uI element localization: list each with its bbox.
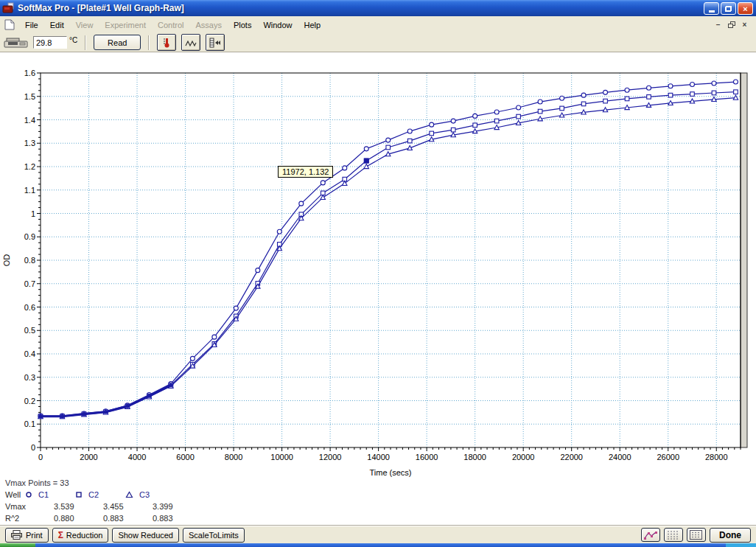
svg-text:28000: 28000 (705, 453, 728, 461)
vmax-label: Vmax (5, 502, 54, 511)
graph-options-button[interactable] (641, 528, 660, 542)
svg-text:0: 0 (31, 443, 35, 452)
svg-text:0.4: 0.4 (24, 349, 35, 358)
circle-marker-icon (25, 491, 32, 498)
menu-window[interactable]: Window (257, 18, 298, 32)
series-C3 (38, 95, 738, 418)
svg-text:10000: 10000 (270, 453, 293, 461)
svg-text:24000: 24000 (609, 453, 631, 461)
well-label: Well (5, 490, 25, 499)
svg-text:26000: 26000 (657, 453, 679, 461)
child-restore-icon (728, 21, 735, 28)
series-C1 (38, 80, 738, 418)
close-button[interactable]: × (738, 2, 753, 15)
svg-text:12000: 12000 (319, 453, 342, 461)
taskbar-strip[interactable] (35, 543, 726, 547)
svg-text:0.1: 0.1 (24, 419, 35, 428)
restore-button[interactable] (721, 2, 736, 15)
svg-text:8000: 8000 (225, 453, 242, 461)
svg-text:1: 1 (31, 209, 35, 218)
svg-text:1.3: 1.3 (24, 139, 35, 147)
printer-icon (11, 530, 23, 540)
r-squared-row: R^2 0.880 0.883 0.883 (5, 512, 202, 524)
toolbar-separator (148, 35, 150, 50)
drawer-button[interactable] (206, 34, 225, 51)
scale-to-limits-button[interactable]: ScaleToLimits (183, 528, 245, 543)
data-point-tooltip: 11972, 1.132 (278, 166, 333, 178)
menu-help[interactable]: Help (298, 18, 327, 32)
legend-item-c1: C1 (25, 490, 75, 499)
svg-text:1.5: 1.5 (24, 92, 35, 101)
r-squared-label: R^2 (5, 514, 54, 523)
child-close-button[interactable]: × (739, 20, 750, 29)
temperature-field[interactable]: 29.8 (33, 36, 67, 49)
svg-text:18000: 18000 (463, 453, 486, 461)
app-icon (2, 2, 14, 14)
shake-button[interactable] (181, 34, 200, 51)
svg-text:1.4: 1.4 (24, 116, 35, 125)
temperature-control-button[interactable] (157, 34, 176, 51)
well-graph-panel: 0200040006000800010000120001400016000180… (0, 52, 756, 526)
windows-taskbar (0, 543, 756, 547)
plot-right-gutter (741, 73, 747, 447)
read-button[interactable]: Read (94, 35, 141, 50)
print-button[interactable]: Print (5, 528, 49, 543)
sigma-icon: Σ (58, 530, 63, 540)
child-window-controls: – × (713, 20, 750, 29)
well-graph-plot[interactable]: 0200040006000800010000120001400016000180… (0, 52, 756, 495)
document-icon[interactable] (4, 19, 15, 30)
menu-assays: Assays (189, 18, 227, 32)
waveform-icon (184, 37, 197, 49)
svg-text:1.2: 1.2 (24, 162, 35, 171)
done-button[interactable]: Done (710, 528, 751, 543)
system-tray[interactable] (726, 543, 756, 547)
vmax-row: Vmax 3.539 3.455 3.399 (5, 501, 202, 512)
grid-view-button[interactable] (664, 528, 683, 542)
reduction-button[interactable]: Σ Reduction (52, 528, 109, 543)
status-bar: Print Σ Reduction Show Reduced ScaleToLi… (0, 526, 756, 543)
minimize-icon (709, 10, 715, 13)
svg-text:0.9: 0.9 (24, 232, 35, 241)
svg-text:0.6: 0.6 (24, 303, 35, 312)
x-axis: 0200040006000800010000120001400016000180… (38, 447, 741, 461)
minimize-button[interactable] (704, 2, 719, 15)
svg-text:0.3: 0.3 (24, 373, 35, 382)
menu-experiment: Experiment (99, 18, 152, 32)
menu-file[interactable]: File (19, 18, 44, 32)
svg-text:0.8: 0.8 (24, 256, 35, 265)
grid-frame-button[interactable] (687, 528, 706, 542)
close-icon: × (743, 4, 747, 13)
toolbar-separator (85, 35, 86, 50)
menu-plots[interactable]: Plots (228, 18, 257, 32)
legend-item-c2: C2 (75, 490, 125, 499)
well-legend-row: Well C1 C2 C3 (5, 489, 202, 501)
title-bar: SoftMax Pro - [Plate#1 Well Graph-Raw] × (0, 0, 756, 16)
svg-text:0.7: 0.7 (24, 279, 35, 288)
gridlines (41, 73, 741, 447)
svg-text:1.1: 1.1 (24, 186, 35, 195)
child-restore-button[interactable] (726, 20, 737, 29)
svg-text:20000: 20000 (512, 453, 535, 461)
menu-control: Control (152, 18, 189, 32)
child-minimize-button[interactable]: – (713, 20, 724, 29)
temperature-value: 29.8 (36, 38, 52, 47)
plate-reader-icon (4, 36, 30, 49)
line-chart-icon (643, 530, 658, 540)
y-axis: 00.10.20.30.40.50.60.70.80.911.11.21.31.… (24, 69, 41, 452)
dot-grid-icon (667, 530, 680, 540)
selected-data-point (364, 158, 368, 163)
menu-edit[interactable]: Edit (44, 18, 70, 32)
start-button[interactable] (0, 543, 35, 547)
y-axis-label: OD (2, 254, 11, 267)
plate-drawer-icon (209, 37, 222, 49)
menu-view: View (70, 18, 99, 32)
svg-text:1.6: 1.6 (24, 69, 35, 77)
framed-grid-icon (690, 530, 703, 540)
svg-text:4000: 4000 (128, 453, 146, 461)
show-reduced-button[interactable]: Show Reduced (112, 528, 179, 543)
svg-text:0: 0 (38, 453, 43, 461)
svg-text:0.5: 0.5 (24, 326, 35, 335)
temperature-unit: °C (69, 36, 77, 44)
x-axis-label: Time (secs) (369, 468, 411, 477)
vmax-points-label: Vmax Points = 33 (5, 477, 202, 489)
